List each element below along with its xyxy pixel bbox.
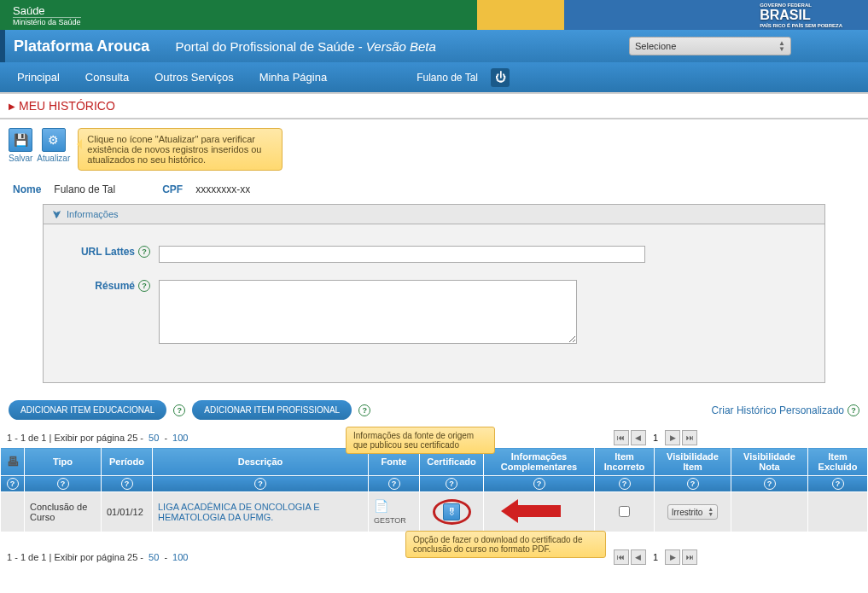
gov-top-bar: Saúde Ministério da Saúde GOVERNO FEDERA…	[0, 0, 868, 30]
last-page-button[interactable]: ⏭	[682, 549, 697, 565]
nav-minha-pagina[interactable]: Minha Página	[259, 71, 328, 84]
collapse-icon: ⮟	[52, 209, 61, 219]
prev-page-button[interactable]: ◀	[631, 549, 646, 565]
url-lattes-label: URL Lattes ?	[69, 246, 150, 258]
pagination-text: 1 - 1 de 1 | Exibir por página 25 -	[7, 552, 146, 562]
power-icon: ⏻	[495, 71, 506, 84]
informacoes-header[interactable]: ⮟ Informações	[44, 205, 824, 224]
atualizar-button[interactable]: ⚙ Atualizar	[37, 128, 70, 163]
help-icon[interactable]: ?	[138, 246, 150, 258]
adicionar-profissional-button[interactable]: ADICIONAR ITEM PROFISSIONAL	[192, 400, 352, 420]
cell-item-excluido	[808, 492, 868, 532]
refresh-icon: ⚙	[42, 128, 66, 152]
page-controls: ⏮ ◀ 1 ▶ ⏭	[614, 549, 697, 565]
certificate-download-button[interactable]: 🎖	[443, 503, 460, 520]
saude-logo: Saúde Ministério da Saúde	[13, 4, 81, 26]
pagination-top: 1 - 1 de 1 | Exibir por página 25 - 50 -…	[0, 428, 868, 447]
col-periodo: Período	[102, 448, 153, 476]
atualizar-label: Atualizar	[37, 154, 70, 163]
cell-print	[1, 492, 25, 532]
dash: -	[164, 433, 170, 443]
first-page-button[interactable]: ⏮	[614, 430, 629, 445]
help-icon[interactable]: ?	[7, 478, 19, 490]
logout-button[interactable]: ⏻	[491, 68, 510, 87]
nav-outros-servicos[interactable]: Outros Serviços	[154, 71, 233, 84]
help-icon[interactable]: ?	[173, 404, 185, 416]
criar-historico-link[interactable]: Criar Histórico Personalizado ?	[712, 404, 859, 416]
help-icon[interactable]: ?	[687, 478, 699, 490]
page-size-100[interactable]: 100	[172, 552, 188, 562]
item-incorreto-checkbox[interactable]	[619, 506, 630, 517]
caret-right-icon: ▶	[9, 102, 15, 111]
atualizar-tooltip: Clique no ícone "Atualizar" para verific…	[78, 128, 283, 171]
pagination-info: 1 - 1 de 1 | Exibir por página 25 - 50 -…	[7, 552, 190, 562]
help-icon[interactable]: ?	[254, 478, 266, 490]
col-item-excluido: Item Excluído	[808, 448, 868, 476]
brasil-text: BRASIL	[760, 8, 811, 22]
help-icon[interactable]: ?	[358, 404, 370, 416]
next-page-button[interactable]: ▶	[665, 430, 680, 445]
selecione-label: Selecione	[635, 41, 676, 51]
help-icon[interactable]: ?	[619, 478, 631, 490]
next-page-button[interactable]: ▶	[665, 549, 680, 565]
help-icon[interactable]: ?	[138, 280, 150, 292]
portal-title: Portal do Profissional de Saúde - Versão…	[175, 39, 435, 54]
salvar-button[interactable]: 💾 Salvar	[9, 128, 32, 163]
col-vis-item: Visibilidade Item	[655, 448, 731, 476]
page-size-50[interactable]: 50	[149, 552, 159, 562]
page-size-100[interactable]: 100	[172, 433, 188, 443]
pagination-text: 1 - 1 de 1 | Exibir por página 25 -	[7, 433, 146, 443]
help-icon[interactable]: ?	[57, 478, 69, 490]
help-icon[interactable]: ?	[848, 404, 859, 416]
pagination-info: 1 - 1 de 1 | Exibir por página 25 - 50 -…	[7, 433, 190, 443]
help-icon[interactable]: ?	[388, 478, 400, 490]
salvar-label: Salvar	[9, 154, 32, 163]
col-info-comp: Informações Complementares	[484, 448, 595, 476]
help-icon[interactable]: ?	[832, 478, 844, 490]
current-page: 1	[653, 552, 658, 562]
descricao-link[interactable]: LIGA ACADÊMICA DE ONCOLOGIA E HEMATOLOGI…	[158, 502, 320, 522]
nome-value: Fulano de Tal	[54, 183, 115, 195]
page-size-50[interactable]: 50	[149, 433, 159, 443]
cell-vis-item: Irrestrito ▲▼	[655, 492, 731, 532]
page-title-bar: ▶ MEU HISTÓRICO	[0, 94, 868, 119]
url-lattes-input[interactable]	[159, 246, 645, 263]
last-page-button[interactable]: ⏭	[682, 430, 697, 445]
help-icon[interactable]: ?	[446, 478, 457, 490]
cell-certificado: 🎖	[420, 492, 484, 532]
ministry-text: Ministério da Saúde	[13, 17, 81, 26]
help-icon[interactable]: ?	[121, 478, 133, 490]
adicionar-educacional-button[interactable]: ADICIONAR ITEM EDUCACIONAL	[9, 400, 166, 420]
select-arrows-icon: ▲▼	[708, 507, 714, 517]
cell-info-comp	[484, 492, 595, 532]
table-help-row: ? ? ? ? ? ? ? ? ? ? ?	[1, 476, 868, 492]
printer-icon[interactable]: 🖶	[7, 455, 19, 468]
visibilidade-select[interactable]: Irrestrito ▲▼	[667, 504, 719, 520]
cpf-label: CPF	[162, 183, 183, 195]
resume-textarea[interactable]	[159, 280, 577, 344]
informacoes-body: URL Lattes ? Résumé ?	[44, 224, 824, 382]
cell-item-incorreto	[595, 492, 655, 532]
page-controls: ⏮ ◀ 1 ▶ ⏭	[614, 430, 697, 445]
toolbar: 💾 Salvar ⚙ Atualizar Clique no ícone "At…	[0, 119, 868, 171]
url-lattes-row: URL Lattes ?	[69, 246, 799, 263]
nome-label: Nome	[13, 183, 41, 195]
col-item-incorreto: Item Incorreto	[595, 448, 655, 476]
gestor-icon[interactable]: 📄	[374, 499, 414, 513]
nav-consulta[interactable]: Consulta	[85, 71, 129, 84]
current-page: 1	[653, 433, 658, 443]
arrow-head-icon	[501, 499, 518, 523]
first-page-button[interactable]: ⏮	[614, 549, 629, 565]
nav-principal[interactable]: Principal	[17, 71, 60, 84]
table-row: Conclusão de Curso 01/01/12 LIGA ACADÊMI…	[1, 492, 868, 532]
beta-text: Versão Beta	[366, 39, 436, 54]
resume-label: Résumé ?	[69, 280, 150, 292]
prev-page-button[interactable]: ◀	[631, 430, 646, 445]
username-display: Fulano de Tal	[417, 72, 478, 84]
help-icon[interactable]: ?	[533, 478, 545, 490]
col-tipo: Tipo	[25, 448, 102, 476]
help-icon[interactable]: ?	[764, 478, 776, 490]
red-arrow-annotation	[518, 505, 561, 519]
selecione-dropdown[interactable]: Selecione ▲▼	[629, 37, 791, 55]
page-title: MEU HISTÓRICO	[19, 99, 115, 113]
